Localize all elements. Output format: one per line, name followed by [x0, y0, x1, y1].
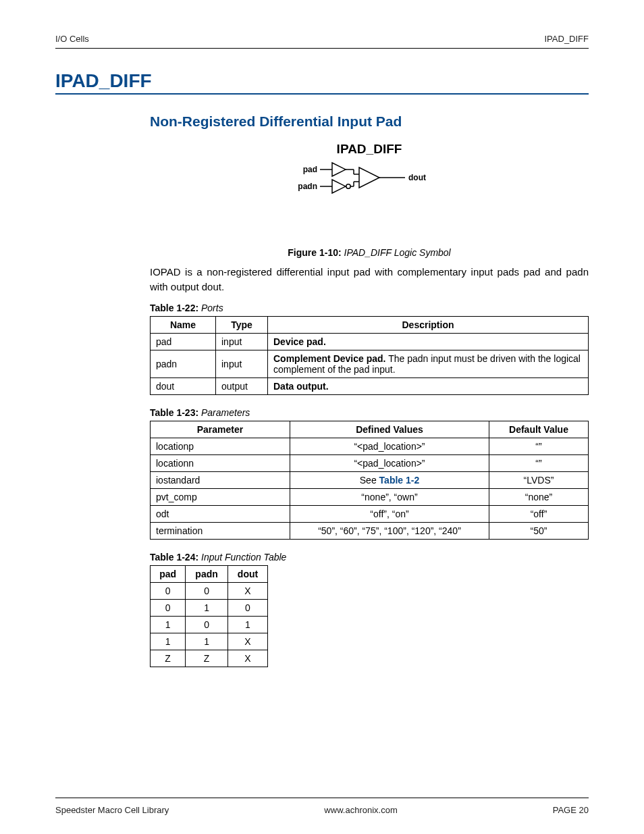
- func-caption-text: Input Function Table: [201, 552, 286, 563]
- svg-marker-9: [359, 167, 379, 188]
- page-header: I/O Cells IPAD_DIFF: [55, 34, 589, 49]
- label-dout: dout: [408, 173, 426, 182]
- func-cell: 0: [186, 616, 228, 633]
- func-cell: 1: [186, 599, 228, 616]
- section-title: Non-Registered Differential Input Pad: [150, 113, 589, 130]
- port-desc: Complement Device pad. The padn input mu…: [268, 350, 589, 377]
- page-footer: Speedster Macro Cell Library www.achroni…: [55, 798, 589, 815]
- params-th-param: Parameter: [151, 421, 290, 438]
- table-link[interactable]: Table 1-2: [379, 475, 420, 486]
- func-cell: X: [228, 633, 268, 650]
- func-cell: X: [228, 650, 268, 667]
- table-row: 010: [151, 599, 268, 616]
- param-default: “”: [489, 454, 589, 471]
- func-table: pad padn dout 00X01010111XZZX: [150, 565, 268, 667]
- param-default: “”: [489, 438, 589, 454]
- func-cell: 1: [151, 616, 186, 633]
- table-row: iostandardSee Table 1-2“LVDS”: [151, 471, 589, 488]
- table-row: locationn“<pad_location>”“”: [151, 454, 589, 471]
- param-default: “none”: [489, 488, 589, 505]
- table-row: odt“off”, “on”“off”: [151, 505, 589, 522]
- svg-marker-0: [332, 163, 346, 176]
- func-cell: 0: [151, 582, 186, 599]
- func-cell: 0: [186, 582, 228, 599]
- params-caption: Table 1-23: Parameters: [150, 407, 589, 418]
- ports-caption-prefix: Table 1-22:: [150, 303, 198, 313]
- func-cell: 1: [151, 633, 186, 650]
- port-name: pad: [151, 333, 216, 350]
- table-row: padninputComplement Device pad. The padn…: [151, 350, 589, 377]
- func-cell: Z: [151, 650, 186, 667]
- figure-block: IPAD_DIFF pad padn: [150, 142, 589, 200]
- figure-caption-text: IPAD_DIFF Logic Symbol: [344, 247, 451, 258]
- footer-center: www.achronix.com: [324, 805, 397, 815]
- figure-caption-prefix: Figure 1-10:: [288, 247, 341, 258]
- label-padn: padn: [298, 182, 317, 191]
- func-cell: 0: [228, 599, 268, 616]
- port-name: padn: [151, 350, 216, 377]
- figure-title: IPAD_DIFF: [150, 142, 589, 157]
- param-defined: “<pad_location>”: [290, 438, 489, 454]
- params-table: Parameter Defined Values Default Value l…: [150, 421, 589, 540]
- table-row: pvt_comp“none”, “own”“none”: [151, 488, 589, 505]
- param-default: “LVDS”: [489, 471, 589, 488]
- param-defined: “<pad_location>”: [290, 454, 489, 471]
- func-cell: 1: [186, 633, 228, 650]
- footer-right: PAGE 20: [553, 805, 589, 815]
- figure-caption: Figure 1-10: IPAD_DIFF Logic Symbol: [150, 247, 589, 258]
- port-desc: Data output.: [268, 377, 589, 394]
- func-cell: Z: [186, 650, 228, 667]
- param-name: locationn: [151, 454, 290, 471]
- ports-th-desc: Description: [268, 316, 589, 333]
- ports-th-name: Name: [151, 316, 216, 333]
- svg-marker-4: [332, 180, 346, 193]
- footer-left: Speedster Macro Cell Library: [55, 805, 169, 815]
- param-default: “off”: [489, 505, 589, 522]
- param-defined: “50”, “60”, “75”, “100”, “120”, “240”: [290, 522, 489, 539]
- table-row: padinputDevice pad.: [151, 333, 589, 350]
- ports-caption: Table 1-22: Ports: [150, 303, 589, 313]
- func-cell: 0: [151, 599, 186, 616]
- params-th-default: Default Value: [489, 421, 589, 438]
- param-name: iostandard: [151, 471, 290, 488]
- table-row: ZZX: [151, 650, 268, 667]
- ports-table: Name Type Description padinputDevice pad…: [150, 316, 589, 395]
- param-name: pvt_comp: [151, 488, 290, 505]
- table-row: 11X: [151, 633, 268, 650]
- func-th-dout: dout: [228, 565, 268, 582]
- content-column: Non-Registered Differential Input Pad IP…: [150, 113, 589, 798]
- table-row: termination“50”, “60”, “75”, “100”, “120…: [151, 522, 589, 539]
- func-th-padn: padn: [186, 565, 228, 582]
- param-defined: “none”, “own”: [290, 488, 489, 505]
- ports-caption-text: Ports: [201, 303, 223, 313]
- port-type: output: [216, 377, 268, 394]
- port-type: input: [216, 333, 268, 350]
- param-default: “50”: [489, 522, 589, 539]
- param-name: odt: [151, 505, 290, 522]
- page-title: IPAD_DIFF: [55, 70, 589, 92]
- port-name: dout: [151, 377, 216, 394]
- func-cell: X: [228, 582, 268, 599]
- port-type: input: [216, 350, 268, 377]
- params-caption-prefix: Table 1-23:: [150, 407, 198, 418]
- ports-th-type: Type: [216, 316, 268, 333]
- func-cell: 1: [228, 616, 268, 633]
- header-left: I/O Cells: [55, 34, 89, 44]
- header-right: IPAD_DIFF: [545, 34, 589, 44]
- func-caption-prefix: Table 1-24:: [150, 552, 198, 563]
- func-caption: Table 1-24: Input Function Table: [150, 552, 589, 563]
- port-desc: Device pad.: [268, 333, 589, 350]
- param-name: locationp: [151, 438, 290, 454]
- svg-point-6: [346, 184, 350, 188]
- table-row: 101: [151, 616, 268, 633]
- intro-paragraph: IOPAD is a non-registered differential i…: [150, 265, 589, 294]
- param-defined: “off”, “on”: [290, 505, 489, 522]
- table-row: 00X: [151, 582, 268, 599]
- param-defined: See Table 1-2: [290, 471, 489, 488]
- table-row: doutoutputData output.: [151, 377, 589, 394]
- table-row: locationp“<pad_location>”“”: [151, 438, 589, 454]
- label-pad: pad: [303, 165, 317, 174]
- params-caption-text: Parameters: [201, 407, 250, 418]
- logic-symbol-svg: pad padn dout: [292, 159, 447, 200]
- title-rule: [55, 93, 589, 95]
